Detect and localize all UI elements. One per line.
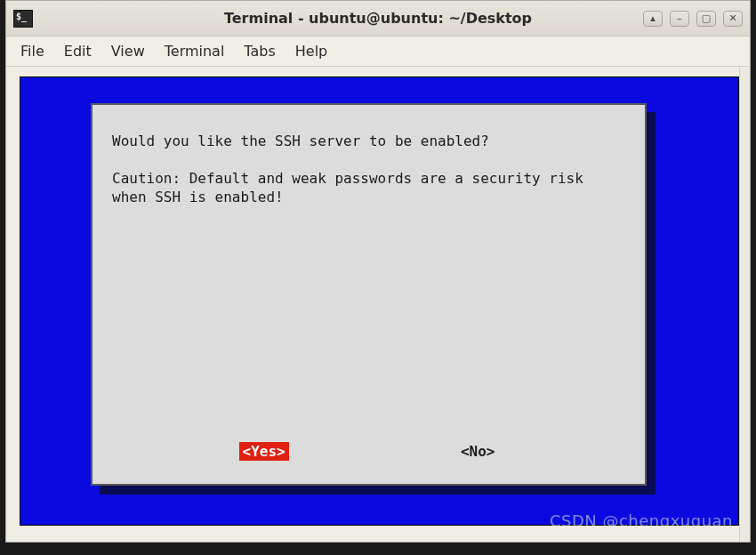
menubar: File Edit View Terminal Tabs Help [6, 36, 750, 67]
no-button[interactable]: <No> [457, 442, 499, 461]
yes-button[interactable]: <Yes> [239, 442, 289, 461]
window-controls: ▴ – ▢ ✕ [643, 11, 750, 27]
minimize-button[interactable]: – [670, 11, 689, 27]
scrollbar[interactable] [739, 68, 750, 542]
menu-view[interactable]: View [111, 43, 145, 60]
dialog-buttons: <Yes> <No> [92, 442, 645, 461]
ssh-enable-dialog: Would you like the SSH server to be enab… [91, 103, 647, 486]
menu-file[interactable]: File [20, 43, 44, 60]
terminal-screen[interactable]: Would you like the SSH server to be enab… [20, 76, 739, 526]
rollup-button[interactable]: ▴ [643, 11, 663, 27]
menu-edit[interactable]: Edit [64, 43, 92, 60]
terminal-icon [13, 10, 33, 28]
dialog-question: Would you like the SSH server to be enab… [112, 132, 625, 151]
menu-tabs[interactable]: Tabs [244, 43, 275, 60]
terminal-viewport: Would you like the SSH server to be enab… [6, 68, 750, 542]
app-window: Terminal - ubuntu@ubuntu: ~/Desktop ▴ – … [5, 0, 751, 543]
dialog-caution: Caution: Default and weak passwords are … [112, 169, 625, 207]
titlebar: Terminal - ubuntu@ubuntu: ~/Desktop ▴ – … [6, 1, 750, 36]
maximize-button[interactable]: ▢ [696, 11, 716, 27]
close-button[interactable]: ✕ [723, 11, 743, 27]
menu-help[interactable]: Help [295, 43, 327, 60]
window-title: Terminal - ubuntu@ubuntu: ~/Desktop [6, 10, 750, 27]
menu-terminal[interactable]: Terminal [165, 43, 225, 60]
